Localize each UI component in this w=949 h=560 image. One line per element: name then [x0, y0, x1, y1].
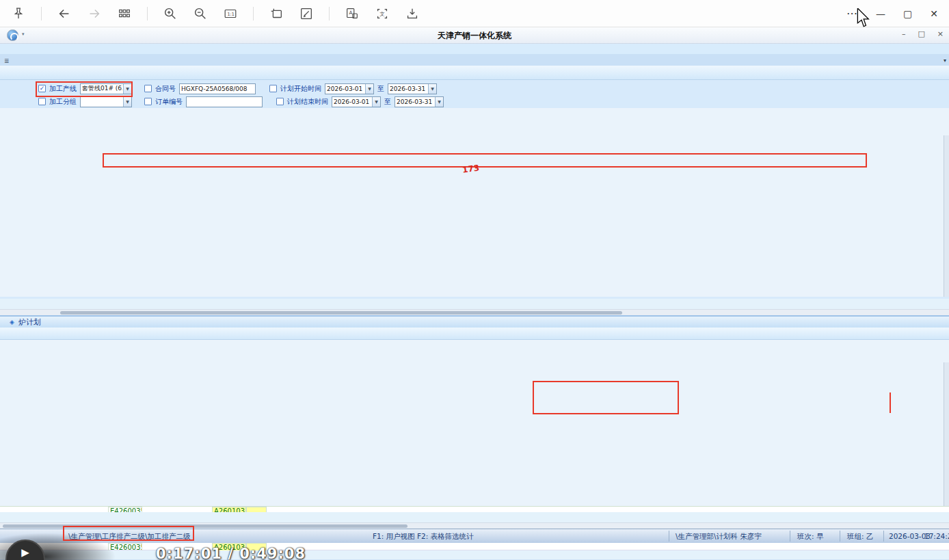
player-more-menu[interactable]: ⋯ [846, 7, 858, 20]
table-cell[interactable] [246, 507, 267, 512]
app-title: 天津产销一体化系统 [0, 30, 949, 42]
player-minimize-button[interactable]: — [876, 8, 885, 19]
statusbar-hint: F1: 用户视图 F2: 表格筛选统计 [373, 532, 474, 542]
video-preview-strip: E42600354 A26010319 ▶ 0:17:01 / 0:49:08 [0, 543, 949, 560]
scrollbar-thumb[interactable] [60, 311, 622, 315]
preview-row: E42600354 A26010319 [0, 543, 949, 550]
plan-start-checkbox[interactable] [269, 85, 277, 92]
player-close-button[interactable]: ✕ [930, 8, 938, 19]
horizontal-scrollbar[interactable] [0, 309, 949, 315]
divider [840, 531, 840, 542]
plan-table-totals [0, 299, 949, 309]
divider [883, 531, 884, 542]
divider [253, 7, 254, 21]
video-time-display: 0:17:01 / 0:49:08 [156, 546, 306, 560]
collapse-icon[interactable]: ◈ [10, 319, 14, 325]
chevron-down-icon: ▼ [372, 97, 380, 107]
plan-end-label: 计划结束时间 [287, 97, 328, 107]
zoom-out-icon[interactable] [193, 6, 208, 21]
app-minimize-button[interactable]: – [902, 29, 906, 38]
chevron-down-icon: ▼ [123, 84, 131, 94]
order-input[interactable] [186, 96, 263, 107]
plan-start-label: 计划开始时间 [280, 84, 321, 94]
statusbar-team: 班组: 乙 [847, 532, 873, 542]
download-icon[interactable] [405, 6, 420, 21]
plan-end-from-date[interactable]: 2026-03-01▼ [332, 96, 381, 107]
chevron-down-icon: ▼ [435, 97, 443, 107]
contract-filter-label: 合同号 [155, 84, 176, 94]
statusbar-shift: 班次: 早 [797, 532, 823, 542]
plan-end-checkbox[interactable] [276, 98, 284, 105]
statusbar: \生产管理\工序排产二级\加工排产二级 F1: 用户视图 F2: 表格筛选统计 … [0, 529, 949, 543]
table-cell[interactable]: E42600354 [108, 507, 142, 512]
furnace-section-title: 炉计划 [18, 317, 41, 328]
titlebar: ▾ 天津产销一体化系统 – □ × [0, 27, 949, 44]
tabbar: ≣ ▾ [0, 54, 949, 66]
forward-icon[interactable] [87, 6, 102, 21]
contract-filter-checkbox[interactable] [144, 85, 152, 92]
tab-list-icon[interactable]: ≣ [4, 57, 10, 64]
chevron-down-icon: ▼ [428, 84, 436, 94]
furnace-partial-row: E42600354 A26010319 [0, 506, 949, 512]
translate-icon[interactable]: A [345, 6, 360, 21]
group-filter-checkbox[interactable] [38, 98, 46, 105]
preview-totals-row [0, 550, 949, 559]
breadcrumb: \生产管理\工序排产二级\加工排产二级 [68, 532, 191, 542]
range-to-label: 至 [377, 84, 384, 94]
chevron-down-icon: ▼ [123, 97, 131, 107]
line-select[interactable]: 套管线01# (63▼ [80, 83, 132, 94]
vertical-scrollbar[interactable] [944, 135, 949, 297]
furnace-table-region [0, 340, 949, 506]
actual-size-icon[interactable]: 1:1 [223, 6, 238, 21]
chevron-down-icon: ▼ [365, 84, 373, 94]
furnace-table-totals [0, 512, 949, 522]
back-icon[interactable] [57, 6, 72, 21]
divider [790, 531, 790, 542]
tab-overflow-icon[interactable]: ▾ [944, 57, 946, 64]
line-filter-checkbox[interactable]: ✓ [38, 85, 46, 92]
zoom-in-icon[interactable] [163, 6, 178, 21]
app-close-button[interactable]: × [937, 29, 944, 38]
player-maximize-button[interactable]: ▢ [903, 8, 912, 19]
app-restore-button[interactable]: □ [918, 29, 924, 38]
svg-text:文: 文 [379, 10, 384, 16]
group-filter-label: 加工分组 [49, 97, 77, 107]
divider [669, 531, 669, 542]
pin-icon[interactable] [11, 6, 26, 21]
table-cell[interactable]: A26010319 [212, 507, 246, 512]
plan-start-from-date[interactable]: 2026-03-01▼ [325, 83, 374, 94]
vertical-scrollbar[interactable] [944, 362, 949, 506]
order-filter-checkbox[interactable] [144, 98, 152, 105]
contract-input[interactable]: HGXFQ-25A0568/008 [179, 83, 256, 94]
player-toolbar: 1:1 A 文 ⋯ — ▢ ✕ [0, 0, 949, 27]
scrollbar-thumb[interactable] [3, 524, 407, 528]
edit-icon[interactable] [299, 6, 314, 21]
svg-text:A: A [349, 9, 352, 15]
plan-start-to-date[interactable]: 2026-03-31▼ [388, 83, 437, 94]
svg-text:1:1: 1:1 [227, 11, 234, 16]
play-icon: ▶ [21, 546, 29, 559]
erp-window: ▾ 天津产销一体化系统 – □ × ≣ ▾ ✓ 加工产线 套管线01# (63▼… [0, 27, 949, 560]
menubar [0, 44, 949, 54]
screenshot-icon[interactable] [269, 6, 284, 21]
main-toolbar [0, 66, 949, 80]
statusbar-time: 17:24:21 [924, 532, 949, 540]
grid-icon[interactable] [117, 6, 132, 21]
plan-end-to-date[interactable]: 2026-03-31▼ [395, 96, 444, 107]
ocr-select-icon[interactable]: 文 [375, 6, 390, 21]
filter-panel: ✓ 加工产线 套管线01# (63▼ 合同号 HGXFQ-25A0568/008… [0, 80, 949, 108]
plan-table-region [0, 108, 949, 297]
statusbar-user: \生产管理部\计划科 朱彦宇 [676, 532, 762, 542]
group-select[interactable]: ▼ [80, 96, 132, 107]
horizontal-scrollbar[interactable] [0, 522, 949, 529]
screen: 1:1 A 文 ⋯ — ▢ ✕ ▾ 天津产销一体化系统 – □ × [0, 0, 949, 560]
divider [147, 7, 148, 21]
divider [41, 7, 42, 21]
furnace-toolbar [0, 328, 949, 340]
order-filter-label: 订单编号 [155, 97, 183, 107]
line-filter-label: 加工产线 [49, 84, 77, 94]
furnace-section-header[interactable]: ◈ 炉计划 [0, 317, 949, 328]
divider [329, 7, 330, 21]
